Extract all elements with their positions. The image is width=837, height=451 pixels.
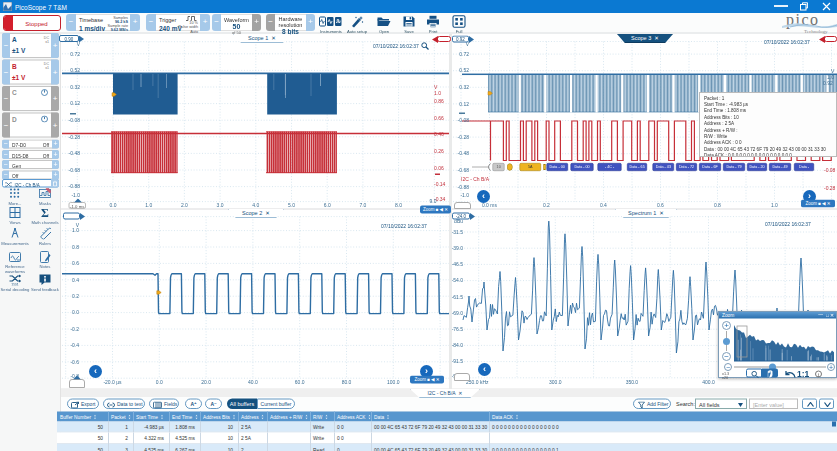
svg-text:Σ: Σ [41,206,49,218]
svg-text:1101: 1101 [11,283,19,286]
